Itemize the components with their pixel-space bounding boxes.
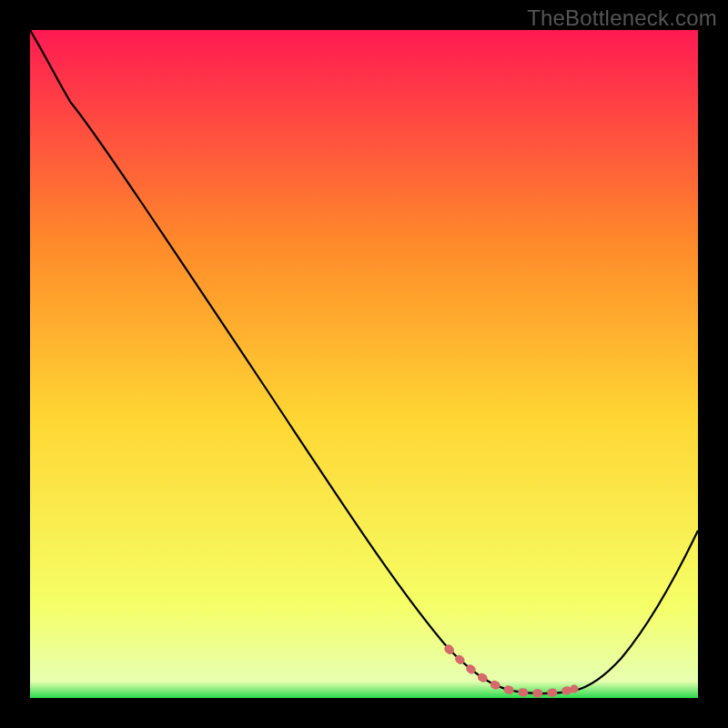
watermark-text: TheBottleneck.com [527,5,717,31]
optimal-range-highlight [449,649,574,693]
highlight-start-dot [445,645,453,653]
highlight-end-dot [571,685,579,693]
chart-container: TheBottleneck.com [0,0,728,728]
plot-area [30,30,698,698]
bottleneck-curve [30,30,698,693]
curve-layer [30,30,698,698]
